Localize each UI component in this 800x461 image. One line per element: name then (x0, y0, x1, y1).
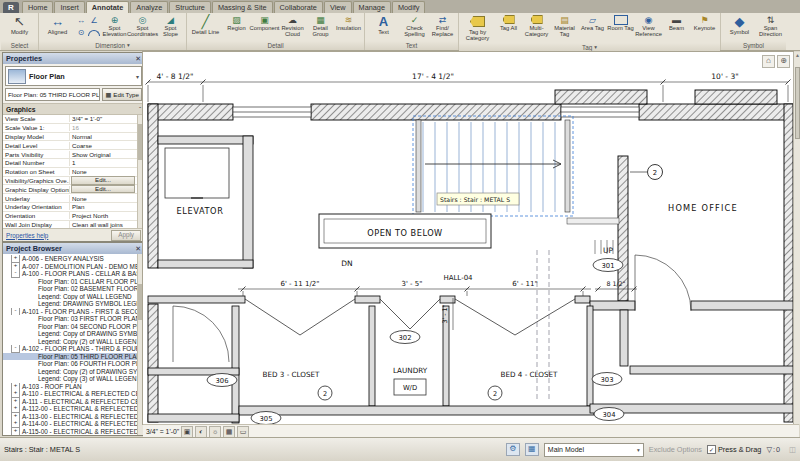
browser-tree-item[interactable]: Legend: Copy of WALL LEGEND (3, 293, 137, 301)
ribbon-tab[interactable]: Massing & Site (212, 1, 273, 13)
interior-walls[interactable] (148, 296, 793, 423)
top-dimension-line[interactable] (146, 80, 791, 103)
tag-all-button[interactable]: Tag All (495, 14, 522, 31)
dimension-text[interactable]: 4' - 8 1/2" (157, 72, 194, 81)
browser-tree-item[interactable]: + A-114-00 - ELECTRICAL & REFLECTED (3, 420, 137, 428)
crop-view-icon[interactable]: ▭ (237, 426, 249, 438)
door-tag-2-right[interactable]: 2 (488, 386, 502, 400)
drawing-area[interactable]: 4' - 8 1/2" 17' - 4 1/2" 10' - 3" (143, 52, 793, 424)
view-scale-button[interactable]: 3/4" = 1'-0" (146, 428, 179, 435)
browser-tree-item[interactable]: + A-115-00 - ELECTRICAL & REFLECTED (3, 428, 137, 436)
design-options-icon[interactable]: ▦ (525, 443, 539, 456)
browser-tree-item[interactable]: + A-007 - DEMOLITION PLAN - DEMO MEA (3, 263, 137, 271)
elevator-shaft-walls[interactable] (158, 136, 253, 268)
tree-expand-icon[interactable]: - (11, 308, 20, 316)
project-browser-title-bar[interactable]: Project Browser ✕ (3, 243, 144, 254)
check-spelling-button[interactable]: ✓ Check Spelling (401, 14, 428, 38)
selection-filter[interactable]: ▽:0 (766, 445, 780, 454)
dimension-text[interactable]: 3' - 5" (401, 280, 422, 288)
tag-panel-label[interactable]: Tag▾ (459, 43, 720, 52)
insulation-button[interactable]: ≋ Insulation (335, 14, 362, 31)
steering-wheel-icon[interactable]: ⌂ (762, 55, 775, 68)
worksets-icon[interactable]: ⚙ (506, 443, 520, 456)
browser-tree-item[interactable]: + A-110 - ELECTRICAL & REFLECTED CEILIN (3, 390, 137, 398)
ribbon-tab[interactable]: Modify (392, 1, 426, 13)
beam-annotations-button[interactable]: ▬ Beam (663, 14, 690, 31)
ribbon-tab[interactable]: Collaborate (274, 1, 323, 13)
design-options-select[interactable]: Main Model ▾ (544, 443, 644, 457)
browser-tree-item[interactable]: + A-112-00 - ELECTRICAL & REFLECTED (3, 405, 137, 413)
room-tag-302[interactable]: 302 (390, 331, 420, 344)
shadows-icon[interactable]: ▦ (223, 426, 235, 438)
sun-path-icon[interactable]: ☼ (209, 426, 221, 438)
tree-expand-icon[interactable]: + (11, 428, 20, 436)
hall-dimension-line[interactable] (238, 287, 637, 331)
washer-dryer-symbol[interactable]: W/D (394, 379, 426, 395)
ribbon-tab[interactable]: View (324, 1, 352, 13)
room-tag-305[interactable]: 305 (251, 412, 281, 425)
browser-tree-item[interactable]: + A-006 - ENERGY ANALYSIS (3, 255, 137, 263)
browser-tree-item[interactable]: Floor Plan: 03 FIRST FLOOR PLAN (3, 315, 137, 323)
application-menu-button[interactable]: R (3, 2, 19, 13)
keynote-button[interactable]: ⚑ Keynote (691, 14, 718, 31)
detail-line-button[interactable]: ╱ Detail Line (189, 14, 222, 35)
property-row[interactable]: Graphic Display Options Edit... (3, 185, 137, 194)
door-tag-2-left[interactable]: 2 (318, 386, 332, 400)
property-row[interactable]: Underlay None (3, 194, 137, 203)
ribbon-tab[interactable]: Analyze (130, 1, 168, 13)
spot-coordinates-button[interactable]: ◎ Spot Coordinates (129, 14, 156, 38)
filled-region-button[interactable]: ▨ Region (223, 14, 250, 31)
property-row[interactable]: Detail Number 1 (3, 159, 137, 168)
room-tag-306[interactable]: 306 (207, 374, 237, 387)
multi-category-tag-button[interactable]: Multi- Category (523, 14, 550, 38)
checkbox-icon[interactable]: ✓ (707, 445, 716, 454)
apply-button[interactable]: Apply (111, 230, 141, 241)
tree-expand-icon[interactable]: + (11, 383, 20, 391)
elevator-cab[interactable] (165, 148, 229, 198)
tree-expand-icon[interactable]: + (11, 263, 20, 271)
text-panel-label[interactable]: Text (365, 41, 458, 50)
select-panel-label[interactable]: Select (1, 41, 38, 50)
property-row[interactable]: Scale Value 1: 16 (3, 124, 137, 133)
graphics-section-header[interactable]: Graphics ˆ (3, 103, 144, 115)
ribbon-tab[interactable]: Home (22, 1, 53, 13)
room-tag-304[interactable]: 304 (594, 408, 624, 421)
collapse-icon[interactable]: ˆ (139, 106, 141, 112)
property-row[interactable]: Wall Join Display Clean all wall joins (3, 221, 137, 228)
browser-tree-item[interactable]: + A-111 - ELECTRICAL & REFLECTED CEIL (3, 398, 137, 406)
tree-expand-icon[interactable]: + (11, 255, 20, 263)
press-drag-toggle[interactable]: ✓ Press & Drag (707, 445, 761, 454)
material-tag-button[interactable]: ▤ Material Tag (551, 14, 578, 38)
revision-cloud-button[interactable]: ☁ Revision Cloud (279, 14, 306, 38)
browser-tree-item[interactable]: Floor Plan: 06 FOURTH FLOOR PL (3, 360, 137, 368)
property-row[interactable]: Detail Level Coarse (3, 141, 137, 150)
browser-tree-item[interactable]: Floor Plan: 04 SECOND FLOOR PL (3, 323, 137, 331)
scroll-up-icon[interactable]: ▲ (795, 52, 800, 58)
tree-expand-icon[interactable]: + (11, 398, 20, 406)
tree-expand-icon[interactable]: + (11, 420, 20, 428)
callout-tag-2[interactable]: 2 (630, 165, 663, 180)
type-selector[interactable]: Floor Plan ▾ (5, 66, 142, 86)
browser-tree-item[interactable]: Floor Plan: 01 CELLAR FLOOR PLA (3, 278, 137, 286)
view-reference-button[interactable]: ◉ View Reference (635, 14, 662, 38)
tree-expand-icon[interactable]: - (11, 345, 20, 353)
area-tag-button[interactable]: ▱ Area Tag (579, 14, 606, 31)
modify-button[interactable]: ↖ Modify (3, 14, 36, 35)
ribbon-tab[interactable]: Annotate (86, 1, 130, 13)
ribbon-tab[interactable]: Manage (353, 1, 391, 13)
ribbon-tab[interactable]: Structure (169, 1, 211, 13)
detail-panel-label[interactable]: Detail (187, 41, 364, 50)
property-row[interactable]: Display Model Normal (3, 133, 137, 142)
open-to-below-shaft[interactable]: OPEN TO BELOW (319, 214, 491, 248)
property-row[interactable]: Parts Visibility Show Original (3, 150, 137, 159)
browser-tree-item[interactable]: + A-113-00 - ELECTRICAL & REFLECTED (3, 413, 137, 421)
browser-tree-item[interactable]: Floor Plan: 02 BASEMENT FLOOR I (3, 285, 137, 293)
browser-tree-item[interactable]: Legend: Copy (3) of WALL LEGEN (3, 375, 137, 383)
arc-length-dimension-icon[interactable] (88, 27, 100, 38)
detail-group-button[interactable]: ▦ Detail Group (307, 14, 334, 38)
find-replace-button[interactable]: ⇄ Find/ Replace (429, 14, 456, 38)
room-tag-301[interactable]: 301 (593, 259, 623, 272)
span-direction-button[interactable]: ⇅ Span Direction (757, 14, 784, 38)
dimension-text[interactable]: 8 1/2" (606, 280, 625, 287)
dimension-text[interactable]: 6' - 11 1/2" (281, 280, 320, 288)
